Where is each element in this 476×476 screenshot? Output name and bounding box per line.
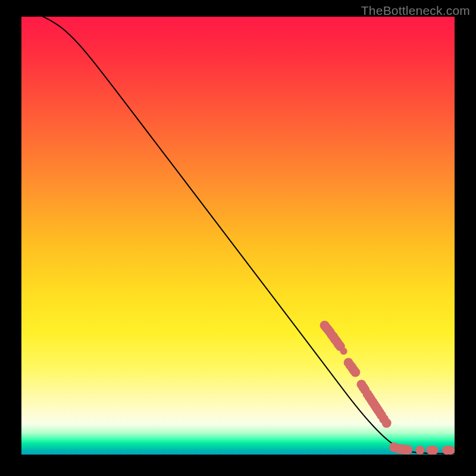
data-markers — [320, 321, 455, 455]
data-point — [350, 368, 360, 377]
data-point — [382, 418, 392, 428]
plot-area — [21, 17, 455, 455]
chart-svg — [21, 17, 455, 455]
data-point — [415, 446, 424, 455]
chart-frame: TheBottleneck.com — [0, 0, 476, 476]
data-point — [340, 347, 347, 355]
data-point — [446, 446, 455, 455]
bottleneck-curve — [43, 17, 455, 454]
watermark-text: TheBottleneck.com — [361, 4, 470, 18]
data-point — [403, 445, 412, 455]
data-point — [430, 446, 439, 455]
